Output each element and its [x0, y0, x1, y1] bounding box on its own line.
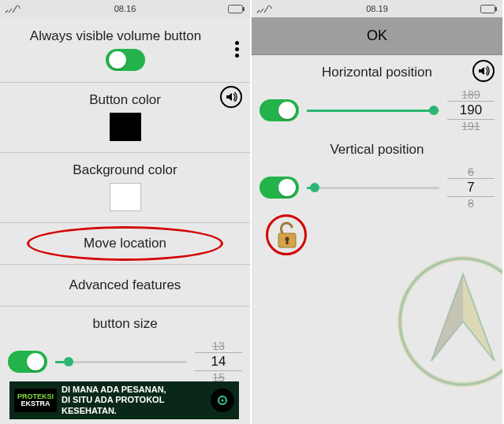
speaker-icon[interactable]: [220, 86, 242, 108]
button-color-label: Button color: [0, 87, 250, 113]
horizontal-picker[interactable]: 189 190 191: [447, 88, 495, 132]
horizontal-row: 189 190 191: [252, 85, 502, 136]
ad-logo-icon: [211, 389, 234, 412]
overflow-menu-icon[interactable]: [235, 41, 239, 58]
button-color-swatch[interactable]: [110, 113, 141, 141]
button-size-picker[interactable]: 13 14 15: [195, 340, 242, 384]
status-time: 08.19: [252, 4, 502, 13]
svg-rect-1: [243, 7, 245, 11]
button-size-slider[interactable]: [55, 361, 187, 363]
visibility-toggle[interactable]: [106, 49, 145, 71]
watermark-icon: [392, 251, 502, 392]
advanced-features-row[interactable]: Advanced features: [0, 265, 250, 307]
vertical-slider[interactable]: [307, 187, 439, 189]
svg-rect-0: [229, 5, 243, 13]
horizontal-slider[interactable]: [307, 110, 439, 112]
status-bar: 08.19: [252, 0, 502, 17]
move-location-label: Move location: [84, 236, 166, 251]
ok-button[interactable]: OK: [252, 17, 502, 55]
bg-color-label: Background color: [0, 158, 250, 183]
signal-icon: [256, 4, 272, 13]
vertical-position-label: Vertical position: [252, 136, 502, 162]
ad-banner[interactable]: PROTEKSI EKSTRA DI MANA ADA PESANAN, DI …: [9, 381, 239, 419]
button-size-toggle[interactable]: [8, 351, 47, 373]
svg-rect-8: [286, 240, 289, 244]
advanced-features-label: Advanced features: [69, 277, 181, 292]
button-size-label: button size: [0, 311, 250, 337]
vertical-picker[interactable]: 6 7 8: [447, 166, 495, 210]
bg-color-section: Background color: [0, 153, 250, 223]
vertical-toggle[interactable]: [259, 177, 299, 199]
svg-point-9: [400, 258, 502, 385]
ad-badge: PROTEKSI EKSTRA: [14, 389, 57, 412]
battery-icon: [228, 5, 245, 13]
button-color-section: Button color: [0, 83, 250, 153]
lock-icon[interactable]: [274, 219, 301, 254]
ad-text: DI MANA ADA PESANAN, DI SITU ADA PROTOKO…: [62, 385, 166, 416]
bg-color-swatch[interactable]: [110, 183, 141, 211]
status-bar: 08.16: [0, 0, 250, 17]
screen-right: 08.19 OK Horizontal position 189 190 191…: [252, 0, 502, 424]
signal-icon: [5, 4, 21, 13]
battery-icon: [480, 5, 498, 13]
svg-point-10: [400, 258, 502, 385]
move-location-row[interactable]: Move location: [0, 223, 250, 265]
horizontal-position-label: Horizontal position: [252, 55, 502, 85]
status-time: 08.16: [0, 4, 250, 13]
vertical-row: 6 7 8: [252, 162, 502, 213]
section-title-row: Always visible volume button: [0, 17, 250, 83]
lock-row: [252, 213, 502, 260]
svg-rect-4: [481, 5, 495, 13]
page-title: Always visible volume button: [0, 24, 250, 49]
svg-point-3: [222, 400, 224, 402]
screen-left: 08.16 Always visible volume button Butto…: [0, 0, 252, 424]
speaker-icon[interactable]: [472, 60, 495, 82]
svg-rect-5: [495, 7, 497, 11]
horizontal-toggle[interactable]: [259, 99, 299, 121]
